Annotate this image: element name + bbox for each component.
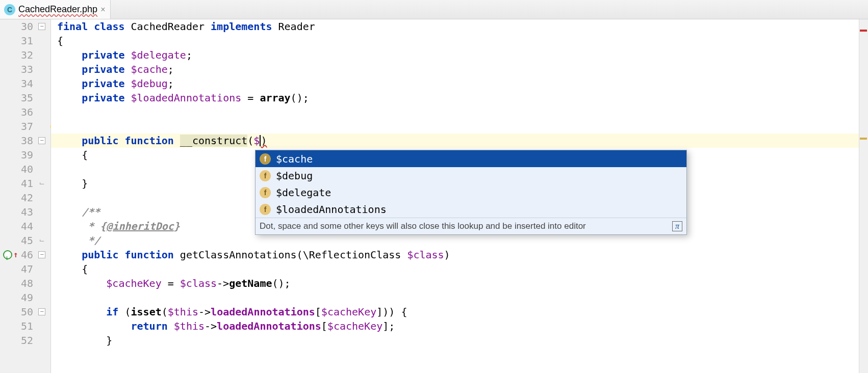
code-line-37[interactable] <box>51 119 868 134</box>
gutter-line-41: 41⌙ <box>0 176 33 191</box>
field-icon: f <box>260 170 271 181</box>
warning-stripe[interactable] <box>860 138 867 140</box>
code-line-47[interactable]: { <box>51 262 868 276</box>
pi-icon[interactable]: π <box>672 221 682 231</box>
code-line-51[interactable]: return $this->loadedAnnotations[$cacheKe… <box>51 319 868 333</box>
autocomplete-label: $debug <box>276 170 313 182</box>
field-icon: f <box>260 187 271 198</box>
gutter-line-32: 32 <box>0 48 33 62</box>
gutter-line-36: 36 <box>0 105 33 119</box>
gutter-line-52: 52 <box>0 333 33 348</box>
field-icon: f <box>260 204 271 215</box>
autocomplete-item[interactable]: f$delegate <box>256 184 686 201</box>
autocomplete-label: $cache <box>276 153 313 165</box>
field-icon: f <box>260 153 271 165</box>
code-line-49[interactable] <box>51 290 868 305</box>
gutter-line-37: 37 <box>0 119 33 134</box>
gutter-line-45: 45⌙ <box>0 233 33 248</box>
code-line-34[interactable]: private $debug; <box>51 76 868 91</box>
fold-toggle-icon[interactable]: − <box>36 308 47 315</box>
gutter-line-43: 43 <box>0 205 33 219</box>
close-icon[interactable]: × <box>100 5 105 14</box>
gutter-line-46: 46−↑ <box>0 248 33 262</box>
file-type-icon: C <box>4 4 15 15</box>
autocomplete-item[interactable]: f$cache <box>256 150 686 167</box>
code-line-45[interactable]: */ <box>51 233 868 248</box>
autocomplete-item[interactable]: f$debug <box>256 167 686 184</box>
gutter-line-38: 38− <box>0 134 33 148</box>
gutter-line-34: 34 <box>0 76 33 91</box>
gutter-line-51: 51 <box>0 319 33 333</box>
tab-bar: C CachedReader.php × <box>0 0 868 19</box>
gutter-line-49: 49 <box>0 290 33 305</box>
gutter-line-40: 40 <box>0 162 33 176</box>
code-line-46[interactable]: public function getClassAnnotations(\Ref… <box>51 248 868 262</box>
gutter-line-44: 44 <box>0 219 33 233</box>
code-line-35[interactable]: private $loadedAnnotations = array(); <box>51 91 868 105</box>
autocomplete-label: $loadedAnnotations <box>276 203 387 216</box>
code-line-32[interactable]: private $delegate; <box>51 48 868 62</box>
code-line-36[interactable] <box>51 105 868 119</box>
fold-end-icon: ⌙ <box>36 180 47 187</box>
fold-toggle-icon[interactable]: − <box>36 137 47 144</box>
autocomplete-hint: Dot, space and some other keys will also… <box>256 218 686 234</box>
gutter-line-42: 42 <box>0 191 33 205</box>
editor: 30−3132333435363738−394041⌙42434445⌙46−↑… <box>0 19 868 373</box>
fold-toggle-icon[interactable]: − <box>36 23 47 30</box>
fold-toggle-icon[interactable]: − <box>36 251 47 258</box>
error-stripe[interactable] <box>860 30 867 32</box>
fold-end-icon: ⌙ <box>36 237 47 244</box>
autocomplete-hint-text: Dot, space and some other keys will also… <box>260 221 586 231</box>
gutter-line-50: 50− <box>0 305 33 319</box>
override-icon[interactable] <box>3 250 12 259</box>
gutter-line-35: 35 <box>0 91 33 105</box>
gutter-line-47: 47 <box>0 262 33 276</box>
code-line-38[interactable]: public function __construct($) <box>51 134 868 148</box>
gutter-line-30: 30− <box>0 19 33 34</box>
code-line-52[interactable]: } <box>51 333 868 348</box>
code-line-31[interactable]: { <box>51 34 868 48</box>
autocomplete-item[interactable]: f$loadedAnnotations <box>256 201 686 218</box>
scrollbar[interactable] <box>859 19 868 373</box>
gutter-line-39: 39 <box>0 148 33 162</box>
autocomplete-popup: f$cachef$debugf$delegatef$loadedAnnotati… <box>255 150 687 235</box>
gutter-line-48: 48 <box>0 276 33 290</box>
code-line-30[interactable]: final class CachedReader implements Read… <box>51 19 868 34</box>
code-line-50[interactable]: if (isset($this->loadedAnnotations[$cach… <box>51 305 868 319</box>
autocomplete-label: $delegate <box>276 186 331 199</box>
gutter-line-31: 31 <box>0 34 33 48</box>
override-arrow-icon: ↑ <box>13 248 18 262</box>
editor-tab[interactable]: C CachedReader.php × <box>0 0 111 19</box>
code-line-48[interactable]: $cacheKey = $class->getName(); <box>51 276 868 290</box>
gutter: 30−3132333435363738−394041⌙42434445⌙46−↑… <box>0 19 51 373</box>
tab-filename: CachedReader.php <box>18 4 97 15</box>
gutter-line-33: 33 <box>0 62 33 76</box>
code-line-33[interactable]: private $cache; <box>51 62 868 76</box>
